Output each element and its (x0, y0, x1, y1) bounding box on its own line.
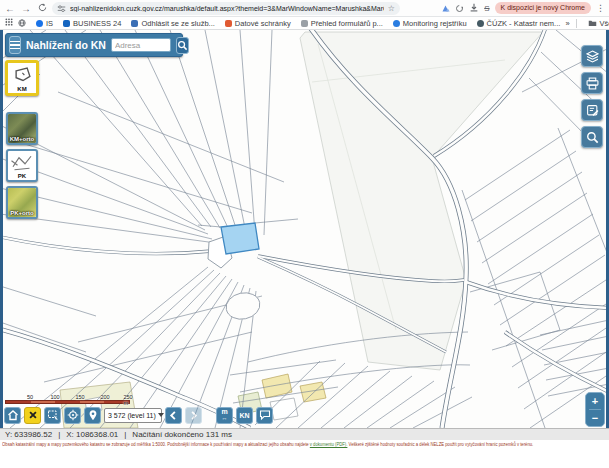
disclaimer-pdf-link[interactable]: v dokumentu (PDF). (310, 441, 348, 447)
disclaimer-text: Obsah katastrální mapy a mapy pozemkovéh… (2, 441, 310, 447)
chevron-left-icon (168, 410, 179, 421)
scale-tick-label: 200 (100, 394, 109, 400)
bookmark-favicon (225, 20, 232, 27)
browser-reload-button[interactable] (36, 0, 48, 17)
address-search-input[interactable] (111, 38, 171, 52)
app-header: Nahlížení do KN (5, 33, 183, 57)
layer-label: KM (8, 86, 36, 93)
divider (576, 19, 577, 28)
scale-tick-label: 150 (75, 394, 84, 400)
dropdown-caret-icon (158, 413, 164, 417)
scale-tick-label: 50 (27, 394, 33, 400)
scale-select[interactable]: 3 572 (level 11) (104, 408, 162, 423)
browser-forward-button[interactable]: → (20, 0, 32, 17)
pin-button[interactable] (84, 407, 101, 424)
menu-button[interactable] (9, 36, 21, 54)
reload-icon (38, 3, 47, 12)
extension-icon[interactable] (441, 4, 450, 13)
magnifier-icon (586, 131, 599, 144)
coordinate-y: Y: 633986.52 (5, 430, 52, 439)
url-text[interactable]: sgi-nahlizenidokn.cuzk.gov.cz/marushka/d… (70, 5, 384, 12)
measure-arrow-icon: ↔ (221, 415, 227, 421)
disclaimer-warning: Veškeré zjištěné hodnoty souřadnic a dél… (347, 441, 533, 447)
separator: | (58, 430, 60, 439)
bookmark-favicon (36, 20, 43, 27)
history-forward-button[interactable] (185, 407, 202, 424)
zoom-search-button[interactable] (581, 126, 603, 148)
bookmark-label: Monitoring rejstříku (403, 19, 467, 28)
print-button[interactable] (581, 72, 603, 94)
old-map-icon (10, 153, 34, 173)
target-icon (67, 409, 79, 421)
disclaimer-bar: Obsah katastrální mapy a mapy pozemkovéh… (0, 440, 609, 449)
bookmark-item[interactable]: Odhlásit se ze služb... (126, 19, 219, 28)
kn-info-button[interactable]: KN (236, 407, 253, 424)
status-bar: Y: 633986.52 | X: 1086368.01 | Načítání … (0, 428, 609, 440)
chevron-right-icon (188, 410, 199, 421)
bookmark-favicon (393, 20, 400, 27)
selected-parcel[interactable] (221, 223, 259, 254)
chrome-update-pill[interactable]: K dispozici je nový Chrome (495, 2, 591, 14)
screen: ← → sgi-nahlizenidokn.cuzk.gov.cz/marush… (0, 0, 609, 468)
bookmark-item[interactable]: Přehled formulářů p... (296, 19, 388, 28)
feedback-button[interactable] (256, 407, 273, 424)
apps-grid-icon[interactable] (5, 18, 13, 28)
bookmark-star-icon[interactable]: ☆ (388, 2, 395, 15)
bookmark-label: IS (46, 19, 53, 28)
bookmark-label: Datové schránky (235, 19, 291, 28)
measure-button[interactable]: m↔ (216, 407, 233, 424)
close-tool-button[interactable] (24, 407, 41, 424)
bookmark-item[interactable]: ČÚZK - Katastr nem... (472, 19, 566, 28)
bottom-toolbar: 3 572 (level 11) m↔ KN (4, 406, 273, 424)
load-status: Načítání dokončeno 131 ms (132, 430, 232, 439)
locate-button[interactable] (64, 407, 81, 424)
browser-back-button[interactable]: ← (4, 0, 16, 17)
layer-label: PK+orto (8, 210, 36, 217)
bookmark-globe[interactable] (13, 19, 31, 27)
layer-button-km-orto[interactable]: KM+orto (6, 112, 38, 145)
browser-menu-button[interactable]: ⋮ (596, 3, 605, 13)
round-parcel (224, 290, 263, 323)
bookmark-item[interactable]: IS (31, 19, 58, 28)
notes-button[interactable] (581, 99, 603, 121)
bookmark-item[interactable]: Monitoring rejstříku (388, 19, 472, 28)
all-bookmarks-button[interactable]: Všechny záložky (583, 19, 609, 28)
bookmark-item[interactable]: BUSINESS 24 (58, 19, 126, 28)
scale-tick-label: 250 m (123, 394, 132, 406)
history-back-button[interactable] (165, 407, 182, 424)
scale-bar-segments (5, 400, 130, 404)
site-settings-icon[interactable] (57, 4, 66, 13)
map-canvas[interactable] (0, 30, 609, 428)
select-area-button[interactable] (44, 407, 61, 424)
scale-value: 3 572 (level 11) (108, 412, 156, 419)
folder-icon (588, 19, 597, 27)
download-icon[interactable] (469, 3, 479, 13)
zoom-out-button[interactable]: − (586, 410, 604, 426)
kn-label: KN (239, 412, 249, 419)
scale-tick-label: 100 (50, 394, 59, 400)
layers-button[interactable] (581, 45, 603, 67)
search-button[interactable] (176, 37, 189, 54)
layer-label: PK (8, 173, 36, 180)
large-parcel (300, 32, 543, 370)
bookmark-item[interactable]: Datové schránky (220, 19, 296, 28)
viewport-frame-left (0, 30, 3, 428)
all-bookmarks-label: Všechny záložky (600, 19, 609, 28)
coordinate-x: X: 1086368.01 (66, 430, 118, 439)
bookmarks-overflow-button[interactable]: » (565, 19, 569, 28)
measure-label: m (221, 408, 227, 415)
blocker-icon[interactable]: S (484, 4, 489, 13)
layer-button-pk[interactable]: PK (6, 149, 38, 182)
map-viewport: Nahlížení do KN KM KM+orto PK PK+orto (0, 30, 609, 428)
cadastral-map-icon (12, 65, 34, 85)
sync-icon[interactable] (455, 4, 464, 13)
layer-button-pk-orto[interactable]: PK+orto (6, 186, 38, 219)
address-bar[interactable]: sgi-nahlizenidokn.cuzk.gov.cz/marushka/d… (52, 2, 400, 15)
bookmark-label: BUSINESS 24 (73, 19, 121, 28)
bookmark-label: Přehled formulářů p... (311, 19, 383, 28)
zoom-in-button[interactable]: + (586, 393, 604, 409)
home-icon (7, 409, 19, 421)
home-button[interactable] (4, 407, 21, 424)
layer-button-km[interactable]: KM (5, 60, 39, 96)
bookmark-favicon (301, 20, 308, 27)
